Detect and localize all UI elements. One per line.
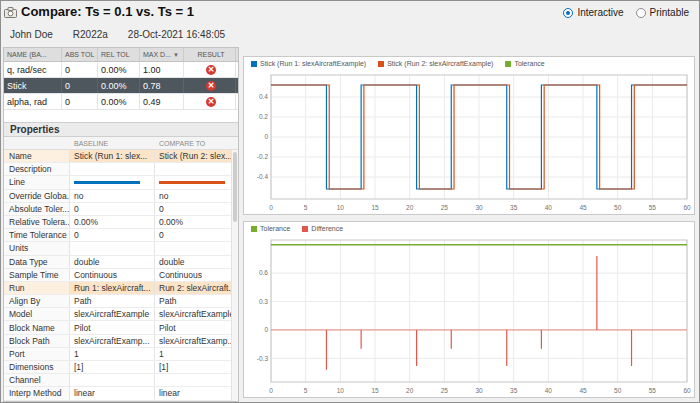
property-compare-value[interactable]	[155, 374, 238, 386]
property-baseline-value[interactable]: no	[70, 190, 155, 202]
property-baseline-value[interactable]	[70, 242, 155, 254]
svg-text:10: 10	[337, 387, 345, 394]
svg-text:30: 30	[475, 387, 483, 394]
report-author: John Doe	[10, 29, 53, 40]
property-baseline-value[interactable]: Path	[70, 295, 155, 307]
properties-table: NameStick (Run 1: slex...Stick (Run 2: s…	[4, 150, 238, 401]
svg-text:-0.3: -0.3	[257, 355, 269, 362]
svg-text:40: 40	[545, 204, 553, 211]
property-baseline-value[interactable]: [1]	[70, 361, 155, 373]
report-release: R2022a	[73, 29, 108, 40]
result-cell: ✕	[184, 78, 236, 93]
property-label: Relative Tolera...	[4, 216, 70, 228]
legend-item-tolerance[interactable]: Tolerance	[251, 225, 290, 232]
property-compare-value[interactable]: 0.00%	[155, 216, 238, 228]
property-compare-value[interactable]: 1	[155, 348, 238, 360]
svg-text:0: 0	[264, 326, 268, 333]
camera-icon[interactable]	[4, 4, 17, 22]
svg-text:5: 5	[304, 387, 308, 394]
property-baseline-value[interactable]: slexAircraftExamp...	[70, 335, 155, 347]
legend-label: Tolerance	[514, 60, 544, 67]
property-row-block-path: Block PathslexAircraftExamp...slexAircra…	[4, 335, 238, 348]
results-column-header-max-d[interactable]: MAX D...▼	[140, 48, 184, 61]
property-baseline-value[interactable]: linear	[70, 387, 155, 399]
rel-tol-value: 0.00%	[98, 94, 140, 109]
property-compare-value[interactable]: Path	[155, 295, 238, 307]
svg-text:35: 35	[510, 204, 518, 211]
property-compare-value[interactable]: double	[155, 256, 238, 268]
property-compare-value[interactable]: no	[155, 190, 238, 202]
property-baseline-value[interactable]	[70, 176, 155, 188]
property-compare-value[interactable]: slexAircraftExample	[155, 308, 238, 320]
view-mode-toggle: InteractivePrintable	[563, 7, 689, 18]
property-row-model: ModelslexAircraftExampleslexAircraftExam…	[4, 308, 238, 321]
property-row-dimensions: Dimensions[1][1]	[4, 361, 238, 374]
property-label: Dimensions	[4, 361, 70, 373]
property-compare-value[interactable]: slexAircraftExamp...	[155, 335, 238, 347]
radio-interactive[interactable]: Interactive	[563, 7, 623, 18]
property-baseline-value[interactable]: Run 1: slexAircraft...	[70, 282, 155, 294]
svg-text:15: 15	[371, 387, 379, 394]
results-column-header-abs-tol[interactable]: ABS TOL	[62, 48, 98, 61]
max-diff-value: 0.78	[140, 78, 184, 93]
results-column-header-rel-tol[interactable]: REL TOL	[98, 48, 140, 61]
property-compare-value[interactable]: 0	[155, 229, 238, 241]
property-baseline-value[interactable]: 0.00%	[70, 216, 155, 228]
property-compare-value[interactable]: [1]	[155, 361, 238, 373]
property-compare-value[interactable]: linear	[155, 387, 238, 399]
radio-printable[interactable]: Printable	[636, 7, 689, 18]
property-baseline-value[interactable]	[70, 163, 155, 175]
difference-chart[interactable]: 051015202530354045505560-0.300.30.6	[244, 235, 694, 396]
property-row-sample-time: Sample TimeContinuousContinuous	[4, 269, 238, 282]
property-baseline-value[interactable]: Continuous	[70, 269, 155, 281]
property-baseline-value[interactable]: slexAircraftExample	[70, 308, 155, 320]
property-row-port: Port11	[4, 348, 238, 361]
signal-name: Stick	[4, 78, 62, 93]
property-baseline-value[interactable]: Stick (Run 1: slex...	[70, 150, 155, 162]
svg-text:25: 25	[441, 387, 449, 394]
property-compare-value[interactable]: Continuous	[155, 269, 238, 281]
property-baseline-value[interactable]: 0	[70, 229, 155, 241]
legend-item-difference[interactable]: Difference	[302, 225, 343, 232]
properties-scrollbar[interactable]	[231, 150, 238, 401]
results-column-header-result[interactable]: RESULT	[184, 48, 236, 61]
svg-text:55: 55	[649, 387, 657, 394]
property-compare-value[interactable]: Run 2: slexAircraft...	[155, 282, 238, 294]
legend-item-tolerance[interactable]: Tolerance	[505, 60, 544, 67]
property-row-data-type: Data Typedoubledouble	[4, 256, 238, 269]
legend-item-stick-run-1-slexaircraftexample[interactable]: Stick (Run 1: slexAircraftExample)	[251, 60, 366, 67]
scrollbar-thumb[interactable]	[233, 152, 237, 222]
result-cell: ✕	[184, 62, 236, 77]
property-baseline-value[interactable]: 1	[70, 348, 155, 360]
radio-dot-icon	[636, 8, 646, 18]
results-column-header-name-ba[interactable]: NAME (BA...	[4, 48, 62, 61]
result-row-stick[interactable]: Stick00.00%0.78✕	[4, 78, 238, 94]
result-row-alpha-rad[interactable]: alpha, rad00.00%0.49✕	[4, 94, 238, 110]
legend-swatch	[251, 61, 257, 67]
property-baseline-value[interactable]: Pilot	[70, 321, 155, 333]
result-row-q-rad-sec[interactable]: q, rad/sec00.00%1.00✕	[4, 62, 238, 78]
signal-chart[interactable]: 051015202530354045505560-0.4-0.200.20.4	[244, 70, 694, 213]
property-compare-value[interactable]	[155, 163, 238, 175]
rel-tol-value: 0.00%	[98, 62, 140, 77]
property-label: Port	[4, 348, 70, 360]
property-baseline-value[interactable]	[70, 374, 155, 386]
property-compare-value[interactable]: Stick (Run 2: slex...	[155, 150, 238, 162]
property-baseline-value[interactable]: double	[70, 256, 155, 268]
property-row-interp-method: Interp Methodlinearlinear	[4, 387, 238, 400]
svg-text:45: 45	[579, 387, 587, 394]
property-baseline-value[interactable]: 0	[70, 203, 155, 215]
property-label: Data Type	[4, 256, 70, 268]
svg-text:50: 50	[614, 387, 622, 394]
property-label: Align By	[4, 295, 70, 307]
property-label: Line	[4, 176, 70, 188]
fail-icon: ✕	[206, 65, 216, 75]
property-compare-value[interactable]	[155, 176, 238, 188]
property-compare-value[interactable]	[155, 242, 238, 254]
fail-icon: ✕	[206, 97, 216, 107]
property-label: Units	[4, 242, 70, 254]
legend-item-stick-run-2-slexaircraftexample[interactable]: Stick (Run 2: slexAircraftExample)	[378, 60, 493, 67]
svg-text:0.6: 0.6	[259, 269, 268, 276]
property-compare-value[interactable]: 0	[155, 203, 238, 215]
property-compare-value[interactable]: Pilot	[155, 321, 238, 333]
